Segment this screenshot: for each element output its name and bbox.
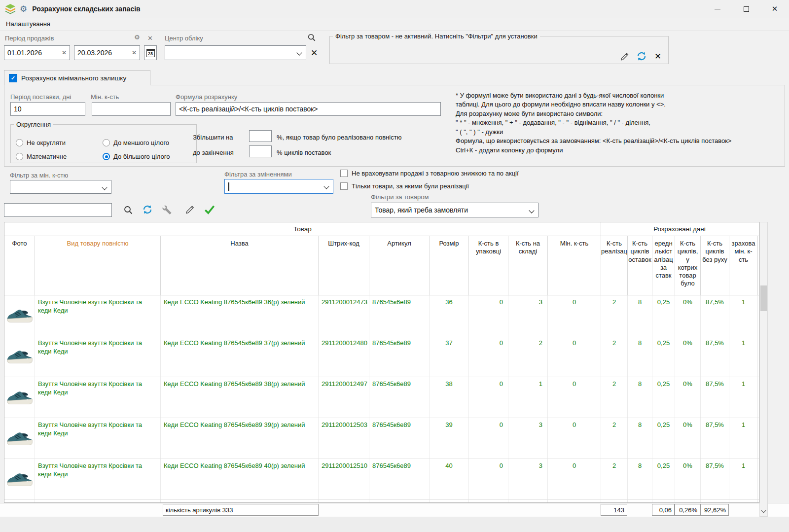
changes-filter-combo[interactable] [224,179,333,194]
checkbox-only-sold[interactable]: Тільки товари, за якими були реалізації [340,182,469,190]
radio-round-up[interactable]: До більшого цілого [103,153,170,160]
table-row[interactable]: Взуття Чоловіче взуття Кросівки та кеди … [4,336,759,377]
wrench-icon[interactable] [162,204,173,215]
edit-filter-pencil-icon[interactable] [619,51,630,62]
increase-input[interactable] [249,130,272,142]
search-icon[interactable] [307,33,317,42]
table-row[interactable]: Взуття Чоловіче взуття Кросівки та кеди … [4,459,759,500]
cell-sales-qty: 2 [601,295,628,336]
apply-check-icon[interactable] [203,203,216,216]
col-header-name[interactable]: Назва [161,236,319,295]
table-row[interactable]: Взуття Чоловіче взуття Кросівки та кеди … [4,377,759,418]
cell-sales-qty: 2 [601,418,628,459]
col-header-pack-qty[interactable]: К-сть в упаковці [469,236,508,295]
cell-avg-sales: 0,25 [652,295,675,336]
date-from-input[interactable]: 01.01.2026 ✕ [4,45,70,60]
date-from-clear-icon[interactable]: ✕ [62,49,67,56]
radio-icon [103,139,110,146]
app-icon [5,3,16,14]
cell-type: Взуття Чоловіче взуття Кросівки та кеди … [35,500,161,502]
cell-calc-min: 1 [729,336,758,377]
col-header-stock-qty[interactable]: К-сть на складі [508,236,548,295]
cell-cycles-with-product: 0% [675,418,701,459]
date-to-clear-icon[interactable]: ✕ [132,49,137,56]
table-search-icon[interactable] [123,205,133,215]
center-clear-button[interactable]: ✕ [308,45,321,60]
cell-size: 37 [430,336,469,377]
col-header-photo[interactable]: Фото [4,236,35,295]
cell-name: Кеди ECCO Keating 876545к6е89 38(р) зеле… [161,377,319,418]
table-row[interactable]: Взуття Чоловіче взуття Кросівки та кеди … [4,500,759,502]
calendar-button[interactable]: 23 [144,45,157,60]
formula-input[interactable] [176,102,441,116]
col-header-type[interactable]: Вид товару повністю [35,236,161,295]
table-row[interactable]: Взуття Чоловіче взуття Кросівки та кеди … [4,418,759,459]
rounding-label: Округлення [14,121,53,128]
close-filter-icon[interactable]: ✕ [652,51,663,62]
radio-icon [16,153,23,160]
table-refresh-icon[interactable] [142,204,153,215]
date-to-input[interactable]: 20.03.2026 ✕ [74,45,140,60]
col-header-sales-qty[interactable]: К-сть реалізац [601,236,628,295]
col-header-barcode[interactable]: Штрих-код [319,236,369,295]
minimize-button[interactable] [703,0,732,18]
window-controls: ✕ [703,0,789,18]
cell-avg-sales: 0,25 [652,459,675,499]
cell-calc-min: 1 [729,418,758,459]
app-window: ⚙ Розрахунок складських запасів ✕ Налашт… [0,0,789,532]
col-header-size[interactable]: Розмір [430,236,469,295]
tab-min-stock[interactable]: ✓ Розрахунок мінімального залишку [4,70,150,85]
scroll-down-button[interactable] [760,507,767,515]
edit-pencil-icon[interactable] [184,204,195,215]
cell-min-qty: 0 [548,418,601,459]
maximize-button[interactable] [732,0,760,18]
supply-period-input[interactable] [10,102,85,116]
cell-min-qty: 0 [548,336,601,377]
titlebar-gear-icon: ⚙ [20,5,27,13]
min-qty-filter-combo[interactable] [10,180,111,194]
col-header-calc-min[interactable]: зрахова мін. к-сть [729,236,758,295]
cell-size: 38 [430,377,469,418]
min-qty-filter-label: Фільтр за мін. к-стю [10,172,68,179]
vertical-scrollbar[interactable] [759,222,768,517]
horizontal-scrollbar[interactable] [0,517,789,532]
cell-pack-qty: 0 [469,336,508,377]
cell-pack-qty: 0 [469,418,508,459]
product-photo [4,418,35,459]
col-header-cycles-no-movement[interactable]: К-сть циклів без руху [701,236,729,295]
refresh-icon[interactable] [636,50,647,62]
menu-settings[interactable]: Налаштування [0,20,56,28]
cell-barcode: 2911200012503 [319,418,369,459]
center-combo[interactable] [165,45,306,60]
cell-article: 876545к6е89 [369,336,430,377]
period-clear-icon[interactable]: ✕ [147,35,153,41]
col-header-supply-cycles[interactable]: К-сть циклів оставок [628,236,652,295]
radio-no-rounding[interactable]: Не округляти [16,139,66,146]
cell-barcode: 2911200012480 [319,336,369,377]
close-button[interactable]: ✕ [760,0,789,18]
cell-size: 39 [430,418,469,459]
col-header-cycles-with-product[interactable]: К-сть циклів, у котрих товар було [675,236,701,295]
col-header-avg-sales[interactable]: ередн лькіст алізац за ставк [652,236,675,295]
quick-search-input[interactable] [4,203,112,217]
col-header-article[interactable]: Артикул [369,236,430,295]
checkbox-no-discount[interactable]: Не враховувати продажі з товарною знижко… [340,170,519,177]
radio-round-down[interactable]: До меншого цілого [103,139,169,146]
cell-sales-qty: 2 [601,377,628,418]
deadline-input[interactable] [249,145,272,157]
col-header-min-qty[interactable]: Мін. к-сть [548,236,601,295]
product-filters-combo[interactable]: Товар, який треба замовляти [371,203,538,217]
cell-name: Кеди ECCO Keating 876545к6е89 41(р) зеле… [161,500,319,502]
table-body: Взуття Чоловіче взуття Кросівки та кеди … [4,295,759,502]
min-qty-label: Мін. к-сть [91,93,119,101]
min-qty-input[interactable] [92,102,171,116]
scrollbar-thumb[interactable] [760,285,767,311]
tab-checkbox[interactable]: ✓ [9,74,17,82]
increase-label: Збільшити на [193,134,233,141]
calendar-icon: 23 [146,49,155,57]
cell-avg-sales: 0,25 [652,336,675,377]
cell-sales-qty: 2 [601,459,628,499]
table-row[interactable]: Взуття Чоловіче взуття Кросівки та кеди … [4,295,759,336]
period-gear-icon[interactable]: ⚙ [134,34,140,40]
radio-mathematical[interactable]: Математичне [16,153,67,160]
